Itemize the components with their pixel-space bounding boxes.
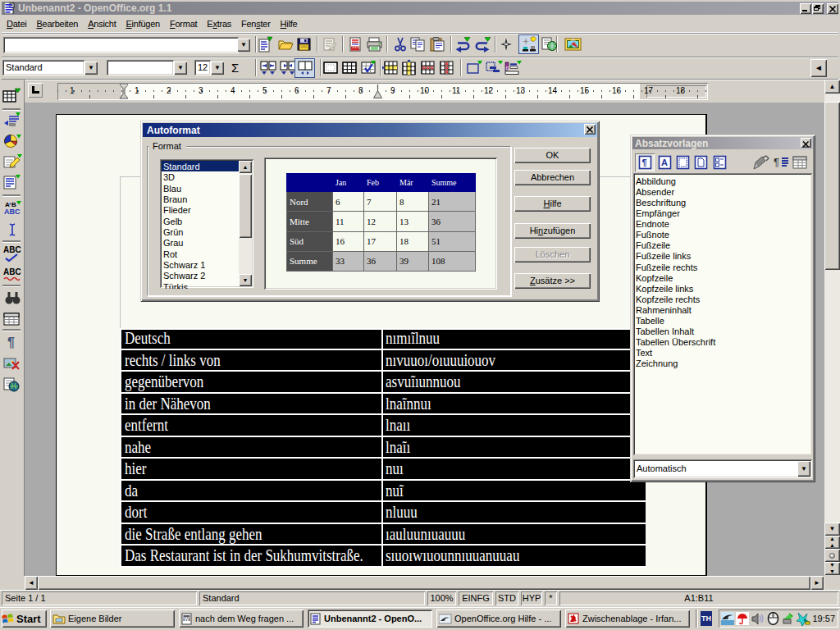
svg-text:¶: ¶ — [642, 158, 647, 167]
svg-text:A: A — [661, 158, 668, 167]
svg-text:¶: ¶ — [7, 336, 15, 349]
svg-text:ABC: ABC — [4, 208, 21, 216]
svg-text:¶: ¶ — [774, 156, 779, 168]
svg-text:ABC: ABC — [3, 245, 21, 254]
svg-text:W: W — [184, 615, 189, 621]
svg-text:g: g — [506, 64, 509, 71]
svg-text:ABC: ABC — [3, 267, 21, 276]
